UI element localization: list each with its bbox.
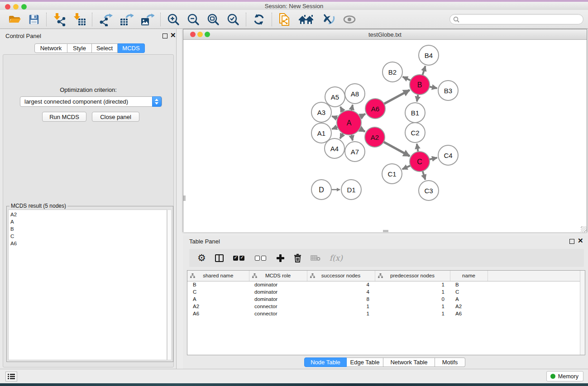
edge-B-B1[interactable] [417, 95, 418, 102]
edge-A-A7[interactable] [351, 134, 353, 140]
tab-motifs[interactable]: Motifs [435, 357, 465, 367]
open-session-button[interactable] [5, 12, 24, 27]
close-panel-icon[interactable]: ✕ [170, 31, 176, 39]
mcds-result-list[interactable]: A2ABCA6 [8, 210, 167, 360]
float-panel-icon[interactable] [163, 33, 167, 38]
tab-network-table[interactable]: Network Table [383, 357, 435, 367]
zoom-out-button[interactable] [183, 12, 203, 27]
table-cell[interactable]: dominator [249, 288, 307, 295]
result-list-item[interactable]: B [10, 225, 167, 233]
hide-graphics-details-button[interactable] [318, 12, 339, 27]
column-header-MCDS-role[interactable]: MCDS role [249, 271, 307, 281]
delete-column-button[interactable] [289, 250, 306, 266]
export-network-button[interactable] [95, 12, 116, 27]
table-cell[interactable]: 1 [375, 303, 450, 310]
first-neighbors-button[interactable] [295, 12, 318, 27]
table-cell[interactable]: connector [249, 310, 307, 317]
node-A8[interactable]: A8 [345, 84, 365, 104]
table-cell[interactable]: 1 [307, 303, 375, 310]
table-row[interactable]: Bdominator41B [187, 281, 581, 288]
table-cell[interactable]: C [450, 288, 488, 295]
tab-network[interactable]: Network [34, 43, 67, 53]
node-B1[interactable]: B1 [405, 103, 425, 123]
table-cell[interactable]: 4 [307, 288, 375, 295]
edge-A-A3[interactable] [332, 116, 337, 119]
vertical-scroll-indicator[interactable] [183, 195, 186, 201]
edge-A-A4[interactable] [340, 133, 343, 139]
tab-mcds[interactable]: MCDS [118, 43, 145, 53]
column-settings-button[interactable]: ⚙ [193, 250, 210, 266]
search-input[interactable] [461, 15, 578, 24]
run-mcds-button[interactable]: Run MCDS [42, 112, 86, 122]
tab-node-table[interactable]: Node Table [304, 357, 347, 367]
node-A5[interactable]: A5 [325, 87, 345, 107]
zoom-in-button[interactable] [163, 12, 183, 27]
node-D[interactable]: D [311, 180, 331, 200]
table-cell[interactable]: connector [249, 303, 307, 310]
table-cell[interactable]: A [450, 295, 488, 303]
edge-B-B4[interactable] [422, 66, 425, 75]
network-from-file-button[interactable] [275, 12, 295, 27]
node-C3[interactable]: C3 [419, 181, 439, 200]
search-field[interactable] [449, 14, 583, 24]
show-column-button[interactable] [210, 250, 228, 266]
table-cell[interactable]: dominator [249, 295, 307, 303]
result-list-item[interactable]: A2 [10, 211, 167, 218]
table-cell[interactable]: 1 [375, 281, 450, 288]
node-A1[interactable]: A1 [311, 123, 331, 143]
node-C2[interactable]: C2 [405, 123, 425, 143]
result-list-item[interactable]: A [10, 218, 167, 225]
node-B2[interactable]: B2 [382, 62, 402, 82]
table-row[interactable]: Adominator80A [187, 295, 581, 303]
table-cell[interactable]: 1 [307, 310, 375, 317]
add-column-button[interactable] [272, 250, 289, 266]
table-cell[interactable]: 8 [307, 295, 375, 303]
show-hide-button[interactable] [339, 12, 360, 27]
network-window-titlebar[interactable]: testGlobe.txt [183, 29, 587, 40]
import-table-button[interactable] [69, 12, 89, 27]
criterion-dropdown[interactable]: largest connected component (directed) [20, 96, 162, 107]
edge-A-A5[interactable] [340, 107, 343, 112]
function-builder-button[interactable]: f(x) [325, 250, 347, 266]
table-cell[interactable]: A2 [187, 303, 249, 310]
refresh-button[interactable] [249, 12, 269, 27]
edge-A-A1[interactable] [332, 127, 337, 129]
delete-table-button[interactable] [306, 250, 325, 266]
network-canvas[interactable]: B4B2BB3A8A5A6A3B1AC2A1A2A4A7C4CC1DD1C3 [183, 40, 587, 232]
table-cell[interactable]: C [187, 288, 249, 295]
node-C[interactable]: C [410, 152, 430, 172]
zoom-selected-button[interactable] [223, 12, 243, 27]
window-resize-grip[interactable] [581, 226, 587, 232]
result-list-item[interactable]: C [10, 233, 167, 240]
edge-C-C4[interactable] [429, 157, 437, 159]
table-cell[interactable]: A6 [187, 310, 249, 317]
horizontal-scroll-indicator[interactable] [383, 230, 388, 232]
import-network-button[interactable] [49, 12, 69, 27]
table-cell[interactable]: B [450, 281, 488, 288]
column-header-shared-name[interactable]: shared name [187, 271, 249, 281]
node-A[interactable]: A [337, 110, 361, 135]
table-scrollbar[interactable] [580, 271, 585, 355]
edge-A2-C[interactable] [383, 142, 410, 156]
node-A3[interactable]: A3 [311, 102, 331, 122]
table-row[interactable]: Cdominator41C [187, 288, 581, 295]
table-close-panel-icon[interactable]: ✕ [578, 237, 583, 245]
result-list-scrollbar[interactable] [167, 210, 172, 360]
node-A4[interactable]: A4 [325, 138, 344, 158]
edge-B-B3[interactable] [430, 86, 437, 88]
edge-C-C3[interactable] [423, 171, 425, 180]
node-B4[interactable]: B4 [419, 45, 439, 65]
result-list-item[interactable]: A6 [10, 240, 167, 247]
table-cell[interactable]: 0 [375, 295, 450, 303]
edge-B-B2[interactable] [403, 77, 411, 81]
edge-C-C1[interactable] [402, 166, 411, 169]
table-cell[interactable]: dominator [249, 281, 307, 288]
column-header-successor-nodes[interactable]: successor nodes [307, 271, 375, 281]
table-cell[interactable]: 1 [375, 288, 450, 295]
tab-select[interactable]: Select [92, 43, 118, 53]
node-C4[interactable]: C4 [438, 145, 458, 165]
table-float-panel-icon[interactable] [569, 239, 574, 244]
save-session-button[interactable] [24, 12, 43, 27]
table-cell[interactable]: 1 [375, 310, 450, 317]
edge-C-C2[interactable] [417, 144, 418, 152]
